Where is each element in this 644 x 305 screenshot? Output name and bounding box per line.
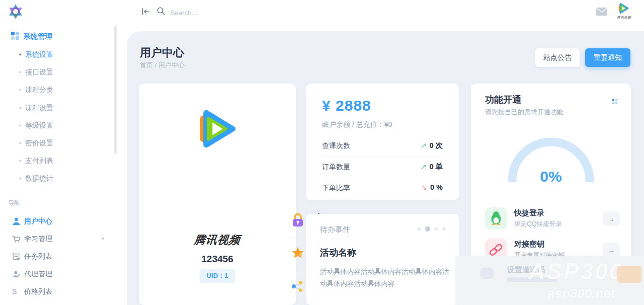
bullet-icon: • bbox=[19, 86, 22, 94]
important-notice-button[interactable]: 重要通知 bbox=[585, 48, 630, 67]
dollar-s-icon: S bbox=[12, 287, 21, 296]
bullet-icon: • bbox=[19, 51, 22, 58]
balance-caption: 账户余额 / 总充值：¥0 bbox=[322, 120, 392, 129]
page-title: 用户中心 bbox=[140, 45, 184, 60]
mail-icon[interactable] bbox=[596, 8, 607, 18]
sidebar-item-user-center[interactable]: 用户中心 bbox=[0, 216, 113, 227]
gauge-value: 0% bbox=[471, 168, 631, 185]
features-subtitle: 请您按自己的需求开通功能 bbox=[485, 108, 564, 117]
star-icon bbox=[291, 246, 305, 261]
task-list-icon bbox=[12, 252, 21, 261]
carousel-dot[interactable] bbox=[435, 227, 438, 231]
feature-subtitle: 绑定QQ快捷登录 bbox=[514, 220, 561, 228]
share-icon bbox=[291, 280, 305, 295]
balance-amount: ¥ 2888 bbox=[322, 97, 371, 114]
bullet-icon: • bbox=[19, 104, 22, 112]
event-body: 活动具体内容活动具体内容活动具体内容活动具体内容活动具体内容 bbox=[320, 266, 452, 289]
stat-value: ↘0 % bbox=[421, 183, 443, 191]
brand-caption: 腾讯视频 bbox=[613, 16, 635, 20]
todo-card: 待办事件 活动名称 活动具体内容活动具体内容活动具体内容活动具体内容活动具体内容 bbox=[306, 214, 459, 305]
qq-penguin-icon bbox=[485, 207, 507, 230]
app-root: 腾讯视频 系统管理 • 系统设置 • 接口设置 • 课程分类 • 课程设置 • … bbox=[0, 0, 644, 305]
faint-icon bbox=[480, 268, 494, 279]
trend-up-icon: ↗ bbox=[421, 141, 427, 149]
watermark-brand: ASP300 bbox=[528, 258, 623, 285]
mini-grid-icon[interactable] bbox=[612, 99, 617, 104]
sidebar-item-task-list[interactable]: 任务列表 bbox=[0, 252, 113, 263]
faint-orange-button bbox=[617, 266, 641, 283]
tencent-video-wordmark: 腾讯视频 bbox=[138, 233, 296, 248]
sidebar-item-study-management[interactable]: 学习管理 › bbox=[0, 234, 113, 245]
user-icon bbox=[12, 217, 21, 225]
trend-up-icon: ↗ bbox=[421, 163, 427, 171]
bullet-icon: • bbox=[19, 139, 22, 147]
feature-title: 快捷登录 bbox=[514, 208, 544, 218]
sidebar-item-data-statistics[interactable]: • 数据统计 bbox=[0, 174, 111, 184]
app-logo-icon[interactable] bbox=[7, 3, 24, 22]
watermark-site: asp300.net bbox=[547, 286, 615, 301]
bullet-icon: • bbox=[19, 175, 22, 182]
bullet-icon: • bbox=[19, 157, 22, 165]
sidebar-item-agent-management[interactable]: 代理管理 bbox=[0, 269, 113, 280]
sidebar-section-nav: 导航 bbox=[8, 199, 20, 207]
uid-badge: UID：1 bbox=[200, 269, 235, 283]
brand-logo-icon[interactable] bbox=[617, 2, 630, 17]
divider bbox=[322, 178, 443, 178]
search-icon[interactable] bbox=[156, 7, 166, 18]
username: 123456 bbox=[139, 254, 296, 265]
collapse-sidebar-icon[interactable] bbox=[141, 7, 150, 18]
features-title: 功能开通 bbox=[485, 94, 521, 106]
balance-card: ¥ 2888 账户余额 / 总充值：¥0 查课次数 ↗0 次 订单数量 ↗0 单… bbox=[306, 84, 459, 200]
agent-icon bbox=[12, 270, 21, 278]
feature-title: 对接密钥 bbox=[514, 240, 544, 249]
carousel-dot-active[interactable] bbox=[425, 226, 430, 232]
todo-title: 待办事件 bbox=[320, 225, 350, 235]
stat-label: 下单比率 bbox=[322, 184, 350, 193]
api-key-arrow-button[interactable]: → bbox=[603, 243, 620, 257]
sidebar-item-level-settings[interactable]: • 等级设置 bbox=[0, 121, 111, 131]
trend-down-icon: ↘ bbox=[421, 183, 427, 191]
sidebar-item-price-settings[interactable]: • 密价设置 bbox=[0, 139, 111, 149]
quick-login-arrow-button[interactable]: → bbox=[603, 211, 620, 226]
sidebar-item-course-category[interactable]: • 课程分类 bbox=[0, 86, 111, 96]
sidebar-scrollbar[interactable] bbox=[114, 25, 117, 154]
site-notice-button[interactable]: 站点公告 bbox=[535, 48, 580, 67]
bullet-icon: • bbox=[19, 68, 22, 76]
carousel-dot[interactable] bbox=[442, 227, 445, 231]
topbar: 腾讯视频 bbox=[0, 0, 644, 31]
event-title: 活动名称 bbox=[320, 247, 356, 259]
sidebar-item-system-settings[interactable]: • 系统设置 bbox=[0, 50, 111, 60]
chevron-right-icon: › bbox=[102, 234, 104, 242]
bullet-icon: • bbox=[19, 122, 22, 129]
sidebar-group-system[interactable]: 系统管理 bbox=[23, 32, 52, 41]
breadcrumb[interactable]: 首页 / 用户中心 bbox=[140, 61, 185, 70]
stat-label: 订单数量 bbox=[322, 163, 350, 172]
profile-card: 腾讯视频 123456 UID：1 对接密钥 KEY：未开通 开通 下单折扣 折… bbox=[139, 84, 296, 305]
sidebar-item-api-settings[interactable]: • 接口设置 bbox=[0, 68, 111, 78]
system-menu-grid-icon bbox=[11, 32, 19, 40]
sidebar-item-payment-list[interactable]: • 支付列表 bbox=[0, 157, 111, 167]
lock-icon bbox=[291, 212, 305, 227]
stat-value: ↗0 次 bbox=[421, 141, 443, 150]
stat-value: ↗0 单 bbox=[421, 162, 443, 172]
carousel-dot[interactable] bbox=[418, 227, 421, 231]
tencent-video-logo-icon bbox=[193, 105, 242, 155]
divider bbox=[322, 157, 443, 157]
sidebar-item-course-settings[interactable]: • 课程设置 bbox=[0, 104, 111, 114]
cart-icon bbox=[12, 235, 21, 243]
stat-label: 查课次数 bbox=[322, 141, 350, 150]
search-input[interactable] bbox=[170, 7, 321, 19]
sidebar-item-price-list[interactable]: S 价格列表 bbox=[0, 287, 113, 298]
watermark-overlay: 设置邀请码 ASP300 asp300.net bbox=[455, 256, 644, 305]
